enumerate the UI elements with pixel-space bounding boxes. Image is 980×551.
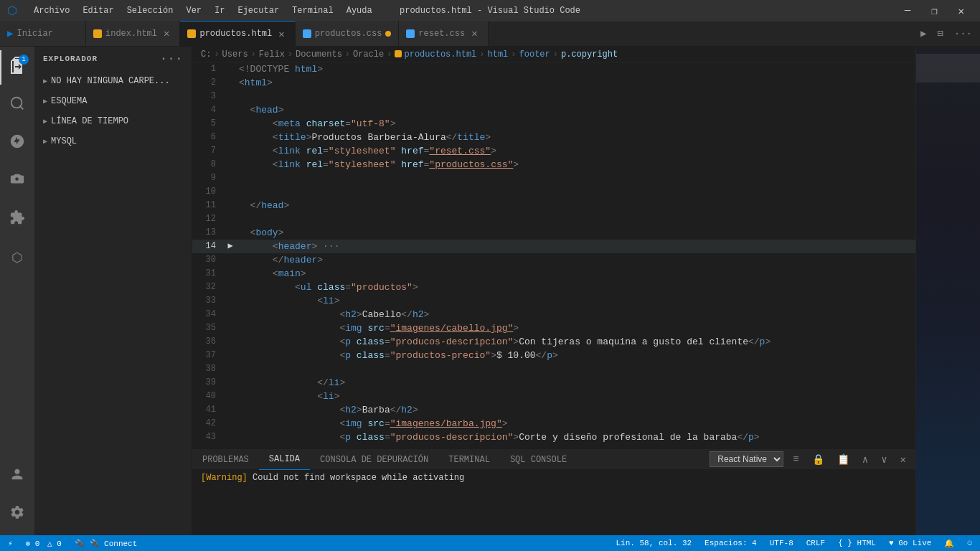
tab-productos-css[interactable]: productos.css [296,21,400,46]
minimap-background [916,47,980,535]
tab-actions: ▶ ⊟ ··· [916,21,980,46]
menu-seleccion[interactable]: Selección [121,4,179,17]
status-bar: ⚡ ⊗ 0 △ 0 🔌 🔌 Connect Lín. 58, col. 32 E… [0,535,980,551]
crumb-documents[interactable]: Documents [296,50,342,60]
status-bell[interactable]: 🔔 [942,539,956,548]
code-line-43: 43 <p class="producos-descripcion">Corte… [192,430,915,444]
status-golive[interactable]: ♥ Go Live [887,539,933,547]
crumb-felix[interactable]: Felix [259,50,285,60]
title-bar-left: ⬡ Archivo Editar Selección Ver Ir Ejecut… [7,4,378,18]
mysql-arrow-icon: ▶ [43,137,47,146]
timeline-arrow-icon: ▶ [43,117,47,126]
tab-reset-css-close[interactable]: ✕ [468,26,480,41]
sidebar-title: EXPLORADOR ··· [34,47,192,71]
sidebar-mysql-label: MYSQL [51,136,77,146]
panel-message: Could not find workspace while activatin… [253,473,464,483]
panel-lock-icon[interactable]: 🔒 [809,452,828,467]
panel-down-icon[interactable]: ∨ [877,452,890,467]
status-position[interactable]: Lín. 58, col. 32 [613,539,694,547]
sidebar-more-icon[interactable]: ··· [160,52,183,65]
tab-reset-css[interactable]: reset.css ✕ [399,21,488,46]
tab-productos-css-icon [303,29,311,38]
status-language[interactable]: { } HTML [836,539,878,547]
split-editor-button[interactable]: ⊟ [933,26,947,41]
run-button[interactable]: ▶ [916,26,930,41]
menu-ir[interactable]: Ir [209,4,230,17]
settings-icon [9,504,25,525]
status-lineending[interactable]: CRLF [804,539,827,547]
menu-ver[interactable]: Ver [180,4,207,17]
status-encoding[interactable]: UTF-8 [768,539,796,547]
activity-bar: 1 [0,47,34,535]
minimize-button[interactable]: ─ [896,2,919,19]
sidebar-item-nofolder[interactable]: ▶ NO HAY NINGUNA CARPE... [34,74,192,88]
panel-tab-salida[interactable]: SALIDA [259,450,310,470]
tab-productos-close[interactable]: ✕ [275,27,287,42]
tab-index[interactable]: index.html ✕ [86,21,180,46]
app-container: ▶ Iniciar index.html ✕ productos.html ✕ … [0,22,980,551]
tab-reset-css-label: reset.css [418,29,465,39]
code-line-33: 33 <li> [192,294,915,308]
crumb-oracle[interactable]: Oracle [353,50,384,60]
code-editor[interactable]: 1 <!DOCTYPE html> 2 <html> 3 [192,62,915,449]
activity-extensions[interactable] [0,202,34,237]
menu-bar: Archivo Editar Selección Ver Ir Ejecutar… [28,4,378,17]
panel-close-icon[interactable]: ✕ [897,452,910,467]
menu-ayuda[interactable]: Ayuda [341,4,378,17]
tab-index-close[interactable]: ✕ [161,26,172,41]
tab-reset-css-icon [406,29,415,38]
crumb-pcopyright[interactable]: p.copyright [561,50,618,60]
panel-list-icon[interactable]: ≡ [789,452,802,466]
crumb-html[interactable]: html [488,50,509,60]
sidebar-title-text: EXPLORADOR [43,55,98,63]
code-line-6: 6 <title>Productos Barberia-Alura</title… [192,131,915,144]
main-content: 1 [0,47,980,535]
code-line-30: 30 </header> [192,253,915,267]
sidebar-item-outline[interactable]: ▶ ESQUEMA [34,94,192,108]
output-select[interactable]: React Native [710,451,783,467]
connect-icon: 🔌 [75,540,85,548]
status-spaces[interactable]: Espacios: 4 [702,539,759,547]
tab-iniciar[interactable]: ▶ Iniciar [0,21,86,46]
sidebar-section-timeline: ▶ LÍNEA DE TIEMPO [34,111,192,131]
crumb-file[interactable]: productos.html [395,50,476,60]
tab-index-icon [93,29,102,38]
activity-search[interactable] [0,88,34,123]
panel-tab-problemas[interactable]: PROBLEMAS [192,450,259,470]
code-line-2: 2 <html> [192,76,915,90]
close-button[interactable]: ✕ [950,2,973,20]
status-remote-icon[interactable]: ⚡ [6,539,15,548]
panel-tab-consola[interactable]: CONSOLA DE DEPURACIÓN [310,450,438,470]
panel-up-icon[interactable]: ∧ [859,452,872,467]
code-line-36: 36 <p class="producos-descripcion">Con t… [192,335,915,349]
code-line-42: 42 <img src="imagenes/barba.jpg"> [192,417,915,430]
panel-tab-sql[interactable]: SQL CONSOLE [500,450,577,470]
menu-ejecutar[interactable]: Ejecutar [232,4,285,17]
activity-debug[interactable] [0,164,34,199]
menu-archivo[interactable]: Archivo [28,4,75,17]
crumb-users[interactable]: Users [222,50,248,60]
status-errors[interactable]: ⊗ 0 △ 0 [24,539,64,548]
activity-explorer[interactable]: 1 [0,50,34,85]
sidebar-item-timeline[interactable]: ▶ LÍNEA DE TIEMPO [34,114,192,128]
panel-tab-terminal[interactable]: TERMINAL [438,450,500,470]
menu-editar[interactable]: Editar [77,4,119,17]
activity-settings[interactable] [0,497,34,532]
more-actions-button[interactable]: ··· [950,27,976,41]
crumb-footer[interactable]: footer [519,50,550,60]
activity-git[interactable] [0,126,34,161]
minimap-thumb[interactable] [916,54,980,83]
menu-terminal[interactable]: Terminal [286,4,339,17]
tab-productos-css-label: productos.css [315,29,382,39]
crumb-c[interactable]: C: [201,50,211,60]
status-connect[interactable]: 🔌 🔌 Connect [72,539,139,548]
sidebar-item-mysql[interactable]: ▶ MYSQL [34,134,192,149]
tab-productos[interactable]: productos.html ✕ [180,21,295,46]
maximize-button[interactable]: ❐ [923,2,946,20]
panel-copy-icon[interactable]: 📋 [834,452,853,467]
panel-toolbar: React Native ≡ 🔒 📋 ∧ ∨ ✕ [704,450,915,470]
svg-point-0 [11,97,22,108]
activity-account[interactable] [0,459,34,494]
status-feedback[interactable]: ☺ [965,539,974,547]
activity-remote[interactable]: ⬡ [0,240,34,275]
